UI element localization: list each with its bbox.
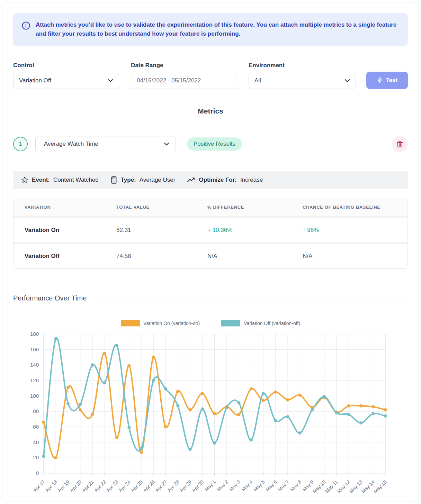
line-chart-svg: 020406080100120140160180Apr 17Apr 18Apr … xyxy=(13,328,408,504)
data-point[interactable] xyxy=(371,405,375,408)
svg-text:Apr 28: Apr 28 xyxy=(166,479,180,493)
data-point[interactable] xyxy=(79,408,82,411)
data-point[interactable] xyxy=(115,436,118,439)
data-point[interactable] xyxy=(164,425,167,428)
star-icon xyxy=(21,176,28,184)
data-point[interactable] xyxy=(176,404,179,407)
data-point[interactable] xyxy=(176,389,179,393)
svg-text:Apr 24: Apr 24 xyxy=(117,479,132,493)
svg-text:180: 180 xyxy=(30,331,39,337)
data-point[interactable] xyxy=(359,421,362,424)
data-point[interactable] xyxy=(225,406,228,409)
data-point[interactable] xyxy=(347,404,350,407)
data-point[interactable] xyxy=(140,451,143,454)
svg-text:Apr 22: Apr 22 xyxy=(93,479,107,493)
data-point[interactable] xyxy=(323,395,326,398)
data-point[interactable] xyxy=(286,398,289,401)
info-banner-text: Attach metrics you’d like to use to vali… xyxy=(36,20,400,39)
legend-item[interactable]: Variation On (variation-on) xyxy=(121,320,200,326)
data-point[interactable] xyxy=(286,415,289,418)
data-point[interactable] xyxy=(262,399,265,402)
test-button[interactable]: Test xyxy=(366,72,408,89)
col-header-variation: VARIATION xyxy=(25,205,116,210)
metric-index: 1 xyxy=(19,141,22,147)
svg-text:Apr 18: Apr 18 xyxy=(44,479,59,493)
date-range-input[interactable]: 04/15/2022 - 05/15/2022 xyxy=(131,73,237,89)
svg-text:May 11: May 11 xyxy=(324,479,339,494)
data-point[interactable] xyxy=(237,413,240,416)
data-point[interactable] xyxy=(103,381,106,384)
performance-title: Performance Over Time xyxy=(13,294,87,302)
data-point[interactable] xyxy=(250,387,253,390)
data-point[interactable] xyxy=(164,387,167,390)
data-point[interactable] xyxy=(347,413,350,416)
data-point[interactable] xyxy=(42,421,45,424)
data-point[interactable] xyxy=(384,408,387,411)
data-point[interactable] xyxy=(42,454,45,458)
filters-row: Control Variation Off Date Range 04/15/2… xyxy=(13,62,408,89)
data-point[interactable] xyxy=(213,441,216,444)
data-point[interactable] xyxy=(213,412,216,415)
legend-item[interactable]: Variation Off (variation-off) xyxy=(221,320,300,326)
data-point[interactable] xyxy=(274,419,277,422)
svg-text:May 1: May 1 xyxy=(204,479,217,492)
data-point[interactable] xyxy=(115,344,118,347)
data-point[interactable] xyxy=(127,364,131,367)
metric-select[interactable]: Average Watch Time xyxy=(35,136,176,152)
data-point[interactable] xyxy=(79,403,82,406)
data-point[interactable] xyxy=(91,413,94,416)
data-point[interactable] xyxy=(298,393,302,396)
svg-text:Apr 21: Apr 21 xyxy=(81,479,95,493)
data-point[interactable] xyxy=(311,408,314,411)
data-point[interactable] xyxy=(188,408,191,411)
data-point[interactable] xyxy=(262,392,265,395)
svg-text:Apr 30: Apr 30 xyxy=(191,479,205,493)
svg-text:May 3: May 3 xyxy=(228,479,241,492)
svg-text:120: 120 xyxy=(30,377,39,383)
data-point[interactable] xyxy=(66,402,70,405)
svg-text:Apr 20: Apr 20 xyxy=(69,479,83,493)
data-point[interactable] xyxy=(91,363,94,366)
svg-text:May 5: May 5 xyxy=(252,479,266,492)
table-row: Variation On 82.31 + 10.36% ↑ 96% xyxy=(14,218,407,242)
data-point[interactable] xyxy=(188,448,191,451)
lightning-icon xyxy=(377,77,383,84)
delete-metric-button[interactable] xyxy=(392,136,408,152)
svg-text:60: 60 xyxy=(33,424,39,430)
data-point[interactable] xyxy=(335,411,338,414)
data-point[interactable] xyxy=(384,414,387,417)
data-point[interactable] xyxy=(201,407,204,411)
environment-select-value: All xyxy=(254,77,261,84)
control-select[interactable]: Variation Off xyxy=(13,73,119,89)
data-point[interactable] xyxy=(250,438,253,441)
svg-text:20: 20 xyxy=(33,454,39,460)
trash-icon xyxy=(396,140,404,148)
data-point[interactable] xyxy=(237,401,240,404)
col-header-difference: % DIFFERENCE xyxy=(207,205,303,210)
data-point[interactable] xyxy=(152,356,155,359)
test-button-label: Test xyxy=(386,77,398,84)
data-point[interactable] xyxy=(201,392,204,395)
data-point[interactable] xyxy=(54,456,57,459)
data-point[interactable] xyxy=(140,447,143,450)
info-banner: Attach metrics you’d like to use to vali… xyxy=(13,13,408,46)
data-point[interactable] xyxy=(103,352,106,355)
data-point[interactable] xyxy=(298,431,302,434)
event-value: Content Watched xyxy=(53,177,99,183)
metric-select-value: Average Watch Time xyxy=(44,141,98,147)
metrics-divider: Metrics xyxy=(13,107,408,115)
data-point[interactable] xyxy=(359,404,362,407)
trending-up-icon xyxy=(187,177,195,183)
svg-text:May 12: May 12 xyxy=(336,479,351,494)
data-point[interactable] xyxy=(274,390,277,394)
data-point[interactable] xyxy=(152,379,155,382)
environment-select[interactable]: All xyxy=(249,73,356,89)
data-point[interactable] xyxy=(127,426,131,429)
data-point[interactable] xyxy=(66,386,70,389)
data-point[interactable] xyxy=(54,337,57,340)
divider-line xyxy=(13,111,193,111)
data-point[interactable] xyxy=(371,412,375,415)
row-total-value: 74.58 xyxy=(116,253,207,260)
divider-line xyxy=(93,298,408,298)
row-chance: N/A xyxy=(303,253,396,260)
